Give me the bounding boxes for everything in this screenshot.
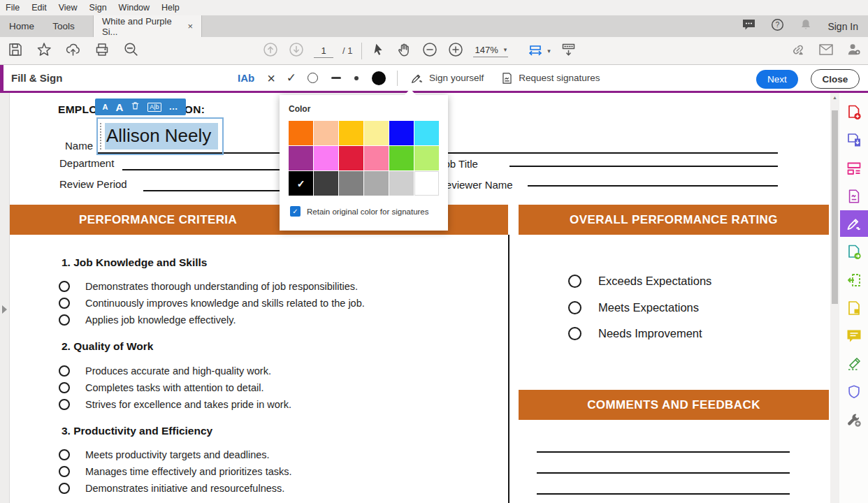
share-link-icon[interactable] — [790, 41, 806, 61]
criteria-radio[interactable] — [59, 314, 70, 326]
criteria-radio[interactable] — [59, 399, 70, 410]
page-total-label: / 1 — [342, 45, 352, 56]
combine-files-icon[interactable] — [840, 268, 868, 292]
send-for-review-icon[interactable] — [840, 240, 868, 264]
fill-and-sign-icon[interactable] — [840, 212, 868, 235]
color-swatch[interactable] — [289, 121, 313, 145]
save-icon[interactable] — [7, 41, 24, 61]
criteria-radio[interactable] — [59, 382, 70, 393]
email-icon[interactable] — [818, 42, 834, 60]
color-swatch[interactable] — [364, 171, 389, 196]
criteria-radio[interactable] — [59, 483, 70, 494]
edit-pdf-icon[interactable] — [840, 156, 868, 180]
search-icon[interactable] — [122, 41, 140, 61]
color-swatch[interactable] — [364, 146, 389, 170]
circle-tool[interactable] — [308, 73, 318, 83]
scrollbar-thumb[interactable] — [832, 110, 838, 304]
delete-field-icon[interactable] — [131, 101, 140, 113]
star-favorite-icon[interactable] — [36, 41, 52, 61]
dot-tool[interactable] — [354, 76, 359, 80]
select-cursor-icon[interactable] — [371, 42, 386, 60]
tab-document[interactable]: White and Purple Si... × — [93, 15, 202, 37]
criteria-radio[interactable] — [59, 365, 70, 377]
criteria-radio[interactable] — [59, 466, 70, 477]
name-field-value[interactable]: Allison Neely — [106, 125, 211, 147]
criteria-radio[interactable] — [59, 298, 70, 309]
scan-ocr-icon[interactable] — [840, 352, 868, 376]
comment-icon[interactable] — [840, 324, 868, 348]
menu-view[interactable]: View — [59, 3, 78, 13]
color-swatch[interactable] — [339, 171, 363, 196]
hand-pan-icon[interactable] — [396, 41, 412, 61]
close-button[interactable]: Close — [811, 69, 860, 89]
print-icon[interactable] — [94, 41, 110, 61]
previous-page-icon[interactable] — [262, 41, 279, 61]
color-swatch[interactable]: ✓ — [289, 171, 313, 196]
check-mark-tool[interactable]: ✓ — [287, 71, 296, 85]
share-upload-icon[interactable] — [64, 41, 82, 61]
protect-shield-icon[interactable] — [840, 380, 868, 404]
expand-panel-arrow-icon[interactable] — [2, 305, 7, 314]
page-number-input[interactable] — [314, 44, 333, 58]
add-user-icon[interactable] — [846, 41, 862, 60]
zoom-out-icon[interactable] — [421, 41, 438, 61]
help-icon[interactable]: ? — [771, 18, 784, 34]
add-text-tool[interactable]: IAb — [238, 72, 254, 84]
organize-pages-icon[interactable] — [840, 296, 868, 320]
next-button[interactable]: Next — [756, 70, 798, 89]
page-scrolling-icon[interactable] — [560, 41, 577, 61]
more-options-icon[interactable]: … — [169, 104, 179, 110]
color-swatch[interactable] — [389, 171, 414, 196]
sign-yourself-button[interactable]: Sign yourself — [409, 71, 484, 85]
rating-radio[interactable] — [568, 275, 581, 288]
fill-sign-title: Fill & Sign — [11, 72, 62, 84]
color-swatch[interactable] — [314, 146, 338, 170]
color-picker-button[interactable] — [372, 71, 386, 85]
fit-width-dropdown[interactable]: ▾ — [527, 43, 551, 59]
more-tools-wrench-icon[interactable] — [840, 408, 868, 432]
menu-file[interactable]: File — [6, 3, 20, 13]
retain-color-checkbox[interactable]: ✓ — [290, 206, 301, 217]
color-swatch[interactable] — [414, 146, 439, 170]
rating-radio[interactable] — [568, 327, 581, 340]
color-swatch[interactable] — [364, 121, 389, 145]
export-pdf-icon[interactable] — [840, 129, 868, 152]
menu-window[interactable]: Window — [119, 3, 150, 13]
menu-sign[interactable]: Sign — [89, 3, 107, 13]
feedback-icon[interactable] — [742, 19, 755, 34]
field-drag-handle[interactable] — [100, 123, 101, 150]
request-signatures-icon[interactable] — [840, 184, 868, 208]
create-pdf-icon[interactable] — [840, 101, 868, 124]
color-swatch[interactable] — [414, 171, 439, 196]
color-swatch[interactable] — [339, 146, 363, 170]
menu-help[interactable]: Help — [161, 3, 180, 13]
color-swatch[interactable] — [314, 121, 338, 145]
color-swatch[interactable] — [339, 121, 363, 145]
rating-radio[interactable] — [568, 301, 581, 314]
field-type-icon[interactable]: A|b — [147, 103, 161, 112]
comment-line — [537, 472, 790, 474]
color-swatch[interactable] — [289, 146, 313, 170]
request-signatures-button[interactable]: Request signatures — [500, 71, 600, 85]
scrollbar-up-arrow[interactable]: ▲ — [830, 95, 839, 100]
decrease-font-icon[interactable]: A — [102, 103, 108, 111]
color-swatch[interactable] — [414, 121, 439, 145]
criteria-radio[interactable] — [59, 449, 70, 460]
notifications-bell-icon[interactable] — [800, 18, 812, 34]
color-swatch[interactable] — [314, 171, 338, 196]
zoom-level-dropdown[interactable]: 147% ▾ — [473, 45, 508, 57]
next-page-icon[interactable] — [288, 41, 305, 61]
cross-mark-tool[interactable]: × — [267, 71, 275, 85]
tab-tools[interactable]: Tools — [45, 15, 82, 37]
tab-close-icon[interactable]: × — [187, 21, 193, 31]
sign-in-button[interactable]: Sign In — [827, 21, 858, 32]
line-tool[interactable] — [331, 77, 341, 79]
tab-home[interactable]: Home — [3, 15, 41, 37]
increase-font-icon[interactable]: A — [115, 101, 123, 113]
menu-edit[interactable]: Edit — [31, 3, 47, 13]
zoom-in-icon[interactable] — [447, 41, 464, 61]
color-swatch[interactable] — [389, 121, 414, 145]
criteria-group-title: 3. Productivity and Efficiency — [62, 425, 212, 437]
criteria-radio[interactable] — [59, 281, 70, 292]
color-swatch[interactable] — [389, 146, 414, 170]
